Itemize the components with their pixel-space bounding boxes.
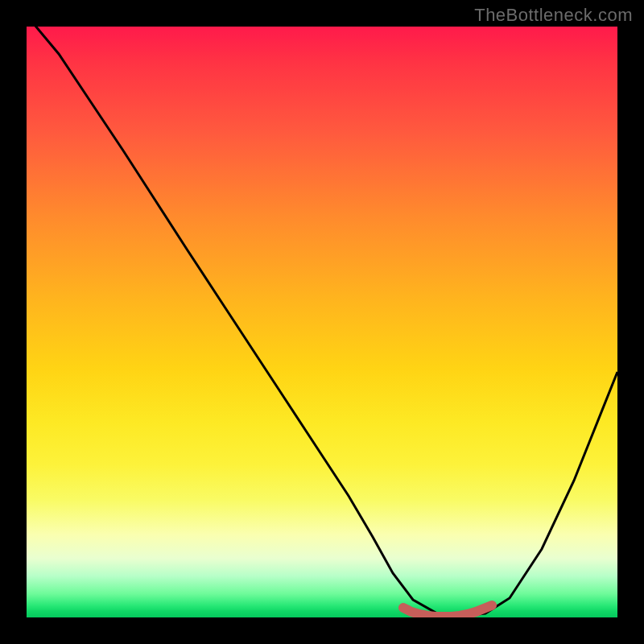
plot-area bbox=[27, 27, 617, 617]
chart-frame: TheBottleneck.com bbox=[0, 0, 644, 644]
optimal-band bbox=[403, 605, 492, 617]
bottleneck-curve bbox=[27, 27, 617, 616]
curve-layer bbox=[27, 27, 617, 617]
watermark-text: TheBottleneck.com bbox=[474, 5, 633, 26]
